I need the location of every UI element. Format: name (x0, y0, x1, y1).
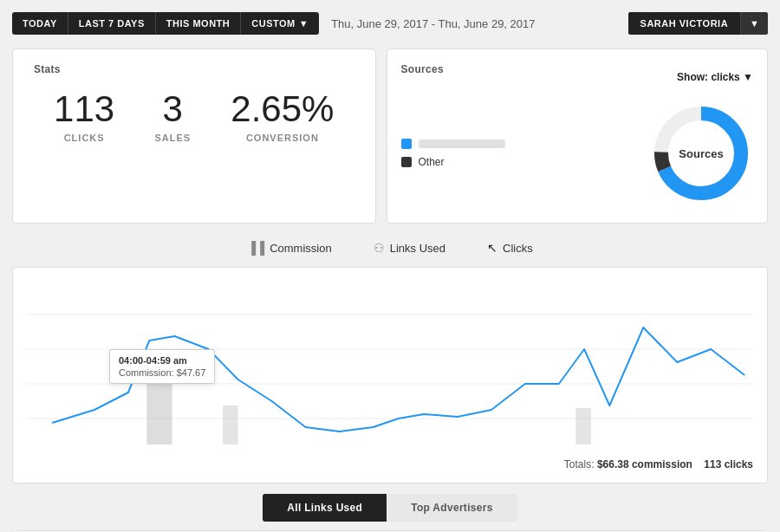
chevron-down-icon: ▼ (743, 71, 753, 83)
legend-label-site (419, 139, 505, 148)
commission-tab-label: Commission (270, 242, 332, 255)
chart-tab-clicks[interactable]: ↖ Clicks (487, 237, 533, 258)
tab-custom[interactable]: CUSTOM ▼ (241, 12, 319, 35)
table-tabs: All Links Used Top Advertisers (12, 494, 768, 522)
commission-total: $66.38 commission (597, 458, 692, 470)
stat-sales: 3 SALES (154, 91, 191, 143)
svg-rect-9 (575, 408, 591, 444)
donut-label: Sources (679, 147, 723, 160)
chart-tab-links[interactable]: ⚇ Links Used (374, 237, 445, 258)
clicks-total: 113 clicks (704, 458, 753, 470)
chart-tab-commission[interactable]: ▐▐ Commission (247, 237, 331, 258)
sources-content: Other Sources (401, 101, 753, 205)
clicks-value: 113 (54, 91, 114, 127)
main-panels: Stats 113 CLICKS 3 SALES 2.65% CONVERSIO… (12, 49, 768, 224)
stat-clicks: 113 CLICKS (54, 91, 114, 143)
sources-legend: Other (401, 139, 635, 168)
chevron-down-icon: ▼ (299, 18, 309, 29)
cursor-icon: ↖ (487, 241, 497, 255)
date-tabs: TODAY LAST 7 DAYS THIS MONTH CUSTOM ▼ (12, 12, 319, 35)
legend-item-blue (401, 139, 635, 149)
bar-chart-icon: ▐▐ (247, 241, 264, 255)
tab-all-links[interactable]: All Links Used (263, 494, 387, 522)
legend-color-other (401, 157, 412, 167)
clicks-tab-label: Clicks (503, 242, 533, 255)
chart-tabs: ▐▐ Commission ⚇ Links Used ↖ Clicks (12, 237, 768, 258)
stat-conversion: 2.65% CONVERSION (231, 91, 334, 143)
donut-chart: Sources (649, 101, 753, 205)
stats-panel: Stats 113 CLICKS 3 SALES 2.65% CONVERSIO… (12, 49, 376, 224)
user-dropdown-chevron[interactable]: ▼ (740, 12, 768, 35)
date-range: Thu, June 29, 2017 - Thu, June 29, 2017 (331, 17, 535, 30)
tab-today[interactable]: TODAY (12, 12, 68, 35)
clicks-label: CLICKS (54, 133, 114, 143)
conversion-label: CONVERSION (231, 133, 334, 143)
chart-area: 04:00-04:59 am Commission: $47.67 (27, 280, 753, 453)
sources-panel: Sources Show: clicks ▼ Other (387, 49, 768, 224)
links-tab-label: Links Used (390, 242, 445, 255)
tab-top-advertisers[interactable]: Top Advertisers (387, 494, 517, 522)
user-dropdown[interactable]: SARAH VICTORIA ▼ (628, 12, 768, 35)
svg-rect-8 (223, 405, 238, 444)
legend-text-other: Other (419, 156, 445, 168)
svg-rect-7 (146, 367, 172, 444)
sales-label: SALES (154, 133, 191, 143)
stats-row: 113 CLICKS 3 SALES 2.65% CONVERSION (34, 91, 354, 143)
totals-row: Totals: $66.38 commission 113 clicks (27, 453, 753, 474)
top-bar: TODAY LAST 7 DAYS THIS MONTH CUSTOM ▼ Th… (12, 12, 768, 35)
tab-last7[interactable]: LAST 7 DAYS (68, 12, 156, 35)
chart-panel: 04:00-04:59 am Commission: $47.67 Totals… (12, 267, 768, 483)
link-icon: ⚇ (374, 241, 385, 255)
show-clicks-dropdown[interactable]: Show: clicks ▼ (677, 71, 753, 83)
tab-thismonth[interactable]: THIS MONTH (156, 12, 241, 35)
legend-item-other: Other (401, 156, 635, 168)
sources-header: Sources Show: clicks ▼ (401, 63, 753, 91)
sales-value: 3 (154, 91, 191, 127)
sources-title: Sources (401, 63, 444, 75)
stats-title: Stats (34, 63, 354, 75)
user-name-button[interactable]: SARAH VICTORIA (628, 12, 741, 35)
legend-color-blue (401, 139, 412, 149)
conversion-value: 2.65% (231, 91, 334, 127)
